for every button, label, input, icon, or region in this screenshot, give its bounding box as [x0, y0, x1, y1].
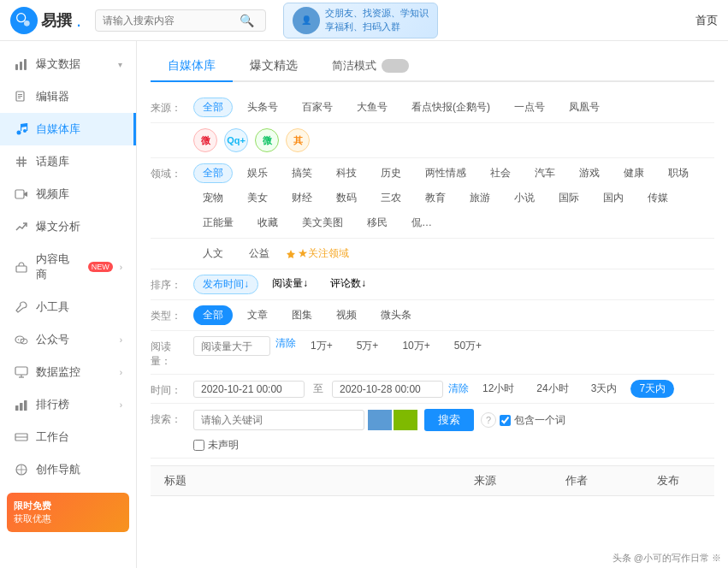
domain-meinu[interactable]: 美女 — [238, 188, 277, 208]
domain-qiche[interactable]: 汽车 — [525, 163, 565, 183]
sidebar-item-bao-wen-fen-xi[interactable]: 爆文分析 — [0, 210, 136, 243]
domain-sannong[interactable]: 三农 — [371, 188, 411, 208]
domain-all[interactable]: 全部 — [193, 163, 233, 183]
sidebar-item-gong-zuo-tai[interactable]: 工作台 — [0, 421, 136, 453]
time-3d[interactable]: 3天内 — [583, 380, 626, 398]
tab-bao-wen-jing-xuan[interactable]: 爆文精选 — [233, 51, 315, 82]
source-baijia[interactable]: 百家号 — [293, 98, 342, 117]
time-7d[interactable]: 7天内 — [630, 380, 674, 398]
domain-lvyou[interactable]: 旅游 — [460, 188, 500, 208]
sidebar-item-bian-ji-qi[interactable]: 编辑器 — [0, 80, 136, 113]
read-1w[interactable]: 1万+ — [301, 336, 342, 356]
source-wechat2[interactable]: 微 — [255, 128, 279, 152]
header-search-icon[interactable]: 🔍 — [240, 14, 254, 27]
sidebar-item-xiao-gong-ju[interactable]: 小工具 — [0, 291, 136, 323]
source-dayu[interactable]: 大鱼号 — [347, 98, 397, 117]
type-video[interactable]: 视频 — [327, 305, 366, 325]
domain-other2[interactable]: 侃… — [402, 213, 441, 233]
attention-domain-link[interactable]: ★关注领域 — [286, 246, 349, 261]
domain-meiwenmei[interactable]: 美文美图 — [293, 213, 352, 233]
domain-chongwu[interactable]: 宠物 — [193, 188, 233, 208]
domain-jiaoyu[interactable]: 教育 — [416, 188, 455, 208]
source-other[interactable]: 其 — [286, 128, 310, 152]
undeclared-checkbox[interactable]: 未声明 — [193, 438, 565, 453]
domain-keji[interactable]: 科技 — [327, 163, 366, 183]
domain-lishi[interactable]: 历史 — [371, 163, 411, 183]
banner-avatar: 👤 — [293, 7, 320, 34]
source-kandian[interactable]: 看点快报(企鹅号) — [402, 98, 500, 117]
simple-mode-toggle[interactable] — [382, 59, 409, 73]
home-nav[interactable]: 首页 — [695, 13, 718, 28]
sort-time[interactable]: 发布时间↓ — [193, 275, 258, 294]
read-label: 阅读量： — [151, 336, 186, 369]
search-submit-btn[interactable]: 搜索 — [424, 409, 474, 431]
sidebar-label-hua-ti-ku: 话题库 — [36, 154, 69, 169]
domain-renwen[interactable]: 人文 — [193, 244, 233, 263]
read-50w[interactable]: 50万+ — [445, 336, 491, 356]
domain-zhengneng[interactable]: 正能量 — [193, 213, 243, 233]
sidebar-item-zi-mei-ti-ku[interactable]: 自媒体库 — [0, 113, 136, 145]
sidebar-item-bao-wen-data[interactable]: 爆文数据 ▾ — [0, 48, 136, 80]
type-article[interactable]: 文章 — [238, 305, 277, 325]
domain-yimin[interactable]: 移民 — [358, 213, 397, 233]
domain-guonei[interactable]: 国内 — [594, 188, 633, 208]
domain-extra-row: 人文 公益 ★关注领域 — [151, 239, 714, 269]
read-10w[interactable]: 10万+ — [393, 336, 439, 356]
color-box-blue[interactable] — [368, 410, 392, 430]
chevron-down-icon: ▾ — [118, 60, 122, 69]
search-keyword-input[interactable] — [193, 410, 364, 430]
sidebar-item-chuang-zuo-dao-hang[interactable]: 创作导航 — [0, 453, 136, 486]
sidebar-item-gong-zhong-hao[interactable]: 公众号 › — [0, 323, 136, 356]
sidebar-item-shi-pin-ku[interactable]: 视频库 — [0, 178, 136, 210]
source-qq[interactable]: Qq+ — [224, 128, 248, 152]
domain-youxi[interactable]: 游戏 — [570, 163, 609, 183]
domain-shoucang[interactable]: 收藏 — [248, 213, 287, 233]
time-end-input[interactable] — [332, 381, 443, 398]
time-24h[interactable]: 24小时 — [528, 380, 577, 398]
source-all[interactable]: 全部 — [193, 98, 233, 117]
color-box-green[interactable] — [394, 410, 417, 430]
domain-jiankang[interactable]: 健康 — [614, 163, 654, 183]
source-weibo[interactable]: 微 — [193, 128, 217, 152]
sort-read[interactable]: 阅读量↓ — [263, 275, 317, 294]
filter-type-row: 类型： 全部 文章 图集 视频 微头条 — [151, 300, 714, 331]
domain-gongyi[interactable]: 公益 — [240, 244, 279, 263]
sort-comment[interactable]: 评论数↓ — [322, 275, 375, 294]
help-icon[interactable]: ? — [481, 412, 496, 428]
time-clear-btn[interactable]: 清除 — [448, 382, 469, 396]
type-all[interactable]: 全部 — [193, 305, 233, 325]
search-area: 搜索 ? 包含一个词 未声明 — [193, 409, 565, 453]
undeclared-input[interactable] — [193, 440, 204, 451]
sidebar-item-hua-ti-ku[interactable]: 话题库 — [0, 145, 136, 178]
domain-shuma[interactable]: 数码 — [327, 188, 366, 208]
read-clear-btn[interactable]: 清除 — [275, 336, 296, 356]
source-yidian[interactable]: 一点号 — [505, 98, 554, 117]
header-search-input[interactable] — [103, 15, 240, 27]
read-count-input[interactable] — [193, 336, 270, 356]
header-search-box[interactable]: 🔍 — [95, 9, 266, 32]
th-title: 标题 — [151, 473, 440, 488]
source-fenghuang[interactable]: 凤凰号 — [559, 98, 609, 117]
promo-banner[interactable]: 限时免费 获取优惠 — [7, 493, 129, 532]
domain-yule[interactable]: 娱乐 — [238, 163, 277, 183]
sidebar-item-pai-hang-bang[interactable]: 排行榜 › — [0, 388, 136, 421]
tab-zi-mei-ti-ku[interactable]: 自媒体库 — [151, 51, 233, 82]
source-toutiao[interactable]: 头条号 — [238, 98, 287, 117]
domain-zhichang[interactable]: 职场 — [659, 163, 698, 183]
include-one-word-input[interactable] — [500, 415, 511, 426]
domain-shehui[interactable]: 社会 — [481, 163, 520, 183]
sidebar-item-shu-ju-jian-kong[interactable]: 数据监控 › — [0, 356, 136, 388]
domain-guoji[interactable]: 国际 — [549, 188, 589, 208]
time-start-input[interactable] — [193, 381, 305, 398]
sidebar-item-nei-rong-dian-shang[interactable]: 内容电商 NEW › — [0, 243, 136, 291]
domain-liangxing[interactable]: 两性情感 — [416, 163, 476, 183]
domain-caijing[interactable]: 财经 — [282, 188, 322, 208]
type-weitoutiao[interactable]: 微头条 — [371, 305, 421, 325]
type-album[interactable]: 图集 — [282, 305, 322, 325]
time-12h[interactable]: 12小时 — [474, 380, 523, 398]
domain-chuanmei[interactable]: 传媒 — [638, 188, 678, 208]
domain-gaoxiao[interactable]: 搞笑 — [282, 163, 322, 183]
read-5w[interactable]: 5万+ — [347, 336, 388, 356]
include-one-word-checkbox[interactable]: 包含一个词 — [500, 413, 565, 428]
domain-xiaoshuo[interactable]: 小说 — [505, 188, 544, 208]
